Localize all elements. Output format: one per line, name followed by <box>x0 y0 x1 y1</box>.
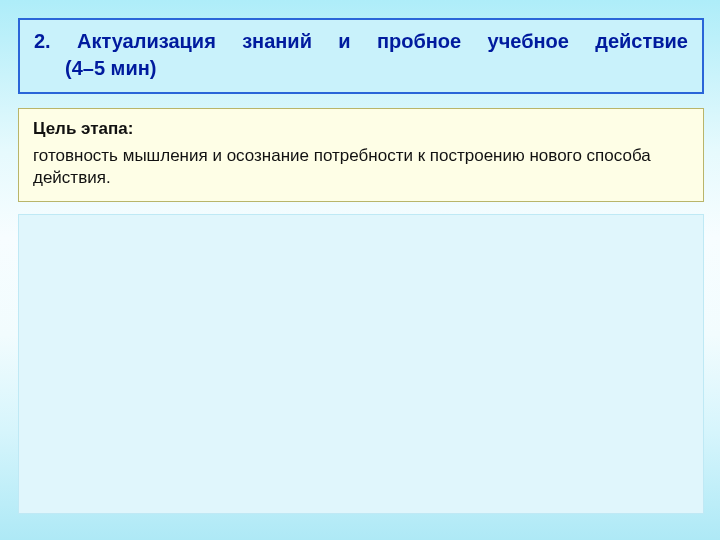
stage-goal-label: Цель этапа: <box>33 119 689 139</box>
stage-title-line2: (4–5 мин) <box>34 55 688 82</box>
stage-title-line1: 2. Актуализация знаний и пробное учебное… <box>34 28 688 55</box>
stage-goal-box: Цель этапа: готовность мышления и осозна… <box>18 108 704 202</box>
stage-content-box <box>18 214 704 514</box>
stage-goal-body: готовность мышления и осознание потребно… <box>33 145 689 189</box>
stage-title-box: 2. Актуализация знаний и пробное учебное… <box>18 18 704 94</box>
